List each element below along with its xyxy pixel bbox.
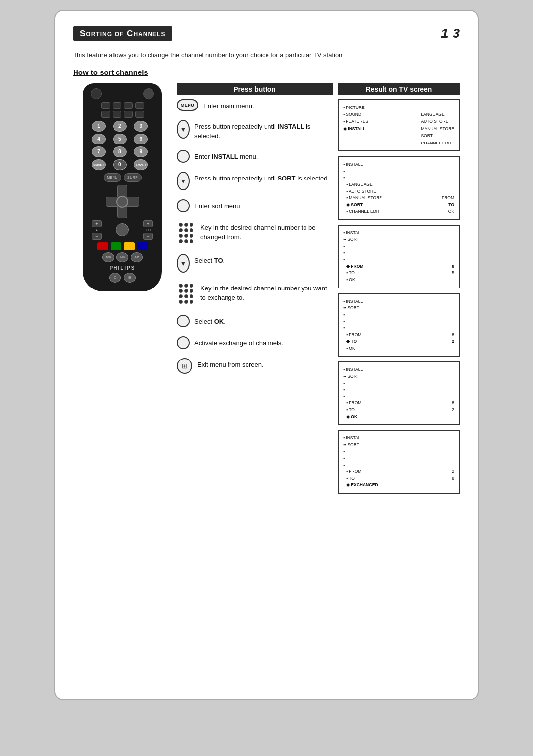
- remote-btn-8[interactable]: 8: [113, 146, 127, 157]
- remote-btn-surf[interactable]: SURF: [124, 173, 142, 182]
- remote-btn-ch[interactable]: [113, 102, 121, 109]
- remote-ch-down[interactable]: −: [143, 233, 153, 240]
- ok-button-enter-install[interactable]: [177, 150, 190, 163]
- page-number: 1 3: [441, 26, 460, 41]
- step-5-text: Enter sort menu: [194, 199, 240, 211]
- remote-btn-fab[interactable]: FAV: [116, 252, 128, 262]
- remote-btn-last1[interactable]: ⊡: [109, 273, 121, 283]
- step-11: ⊞ Exit menu from screen.: [177, 358, 333, 374]
- page-title: Sorting of Channels: [73, 26, 172, 41]
- ok-button-select[interactable]: [177, 315, 190, 327]
- down-arrow-button-icon-3[interactable]: ▼: [177, 254, 190, 273]
- remote-btn-last2[interactable]: ⊞: [124, 273, 136, 283]
- step-1-text: Enter main menu.: [203, 99, 254, 111]
- step-4: ▼ Press button repeatedly until SORT is …: [177, 172, 333, 190]
- step-1: MENU Enter main menu.: [177, 99, 333, 111]
- menu-button-icon[interactable]: MENU: [177, 99, 198, 111]
- remote-btn-blue[interactable]: [137, 242, 148, 250]
- step-5: Enter sort menu: [177, 199, 333, 212]
- remote-ch-label: CH: [146, 228, 151, 232]
- remote-channel: + CH −: [143, 220, 153, 240]
- remote-btn-red[interactable]: [97, 242, 108, 250]
- remote-btn-func3[interactable]: [124, 111, 133, 118]
- remote-column: 1 2 3 4 5 6 7 8 9 SMART 0 SMART MENU SUR…: [73, 83, 172, 499]
- remote-btn-ch2[interactable]: [124, 102, 133, 109]
- remote-vol-up[interactable]: +: [92, 220, 102, 227]
- step-10-button: [177, 336, 190, 349]
- step-3-button: [177, 150, 190, 163]
- philips-brand: PHILIPS: [87, 265, 158, 271]
- remote-btn-9[interactable]: 9: [134, 146, 148, 157]
- tv-screen-1: ▪ PICTURE ▪ SOUND ▪ FEATURES ◆ INSTALL L…: [338, 99, 460, 152]
- remote-btn-smart2[interactable]: SMART: [134, 159, 148, 170]
- remote-color-buttons: [87, 242, 158, 250]
- remote-bottom-row2: ⊡ ⊞: [87, 273, 158, 283]
- remote-numpad: 1 2 3 4 5 6 7 8 9 SMART 0 SMART: [92, 121, 153, 170]
- remote-bottom-row1: 100 FAV A/B: [87, 252, 158, 262]
- ok-button-enter-sort[interactable]: [177, 199, 190, 212]
- remote-vol-ch: + ▲ − + CH −: [92, 220, 153, 240]
- remote-btn-standby[interactable]: [91, 88, 102, 99]
- step-2-text: Press button repeatedly until INSTALL is…: [194, 120, 333, 141]
- step-11-button: ⊞: [177, 358, 192, 374]
- main-layout: 1 2 3 4 5 6 7 8 9 SMART 0 SMART MENU SUR…: [73, 83, 460, 499]
- remote-vol-label: ▲: [95, 228, 99, 232]
- remote-btn-menu-small[interactable]: MENU: [104, 173, 121, 182]
- remote-btn-green[interactable]: [111, 242, 121, 250]
- step-2-button: ▼: [177, 120, 190, 139]
- remote-vol-down[interactable]: −: [92, 233, 102, 240]
- remote-btn-5[interactable]: 5: [113, 134, 127, 144]
- remote-control: 1 2 3 4 5 6 7 8 9 SMART 0 SMART MENU SUR…: [83, 83, 162, 291]
- remote-btn-power[interactable]: [143, 88, 154, 99]
- remote-btn-1[interactable]: 1: [92, 121, 106, 132]
- instructions-column: Press button MENU Enter main menu. ▼ Pre…: [172, 83, 338, 499]
- remote-btn-func2[interactable]: [113, 111, 121, 118]
- step-2: ▼ Press button repeatedly until INSTALL …: [177, 120, 333, 141]
- remote-btn-4[interactable]: 4: [92, 134, 106, 144]
- remote-volume: + ▲ −: [92, 220, 102, 240]
- tv-screen-6: ▪ INSTALL ▪▪ SORT ▪ ▪ ▪ ▪ FROM2 ▪ TO8 ◆ …: [338, 430, 460, 494]
- step-1-button: MENU: [177, 99, 198, 111]
- step-6-text: Key in the desired channel number to be …: [200, 221, 333, 242]
- exit-button-icon[interactable]: ⊞: [177, 358, 192, 374]
- remote-btn-2[interactable]: 2: [113, 121, 127, 132]
- tv-screen-2: ▪ INSTALL ▪ ▪ ▪ LANGUAGE ▪ AUTO STORE ▪ …: [338, 156, 460, 220]
- step-3: Enter INSTALL menu.: [177, 150, 333, 163]
- tv-screen-4: ▪ INSTALL ▪▪ SORT ▪ ▪ ▪ ▪ FROM8 ◆ TO2 ▪ …: [338, 293, 460, 357]
- step-7-text: Select TO.: [194, 254, 225, 266]
- remote-btn-0[interactable]: 0: [113, 159, 127, 170]
- activate-exchange-button[interactable]: [177, 336, 190, 349]
- numpad-icon-from[interactable]: [177, 221, 195, 245]
- numpad-icon-to[interactable]: [177, 282, 195, 306]
- remote-dpad-center[interactable]: [116, 196, 128, 208]
- remote-btn-ch3[interactable]: [135, 102, 144, 109]
- remote-btn-yellow[interactable]: [124, 242, 135, 250]
- step-6-button: [177, 221, 195, 245]
- remote-btn-func1[interactable]: [101, 111, 110, 118]
- step-10-text: Activate exchange of channels.: [194, 336, 283, 348]
- remote-dpad-area: [87, 185, 158, 218]
- page-header: Sorting of Channels 1 3: [73, 26, 460, 41]
- tv-screen-5: ▪ INSTALL ▪▪ SORT ▪ ▪ ▪ ▪ FROM8 ▪ TO2 ◆ …: [338, 361, 460, 425]
- down-arrow-button-icon[interactable]: ▼: [177, 120, 190, 139]
- remote-ch-up[interactable]: +: [143, 220, 153, 227]
- step-5-button: [177, 199, 190, 212]
- step-6: Key in the desired channel number to be …: [177, 221, 333, 245]
- remote-btn-7[interactable]: 7: [92, 146, 106, 157]
- step-8-button: [177, 282, 195, 306]
- remote-btn-smart1[interactable]: SMART: [92, 159, 106, 170]
- step-7-button: ▼: [177, 254, 190, 273]
- remote-btn-100[interactable]: 100: [102, 252, 114, 262]
- remote-btn-3[interactable]: 3: [134, 121, 148, 132]
- remote-btn-ab[interactable]: A/B: [131, 252, 143, 262]
- step-11-text: Exit menu from screen.: [197, 358, 264, 370]
- results-column: Result on TV screen ▪ PICTURE ▪ SOUND ▪ …: [338, 83, 460, 499]
- down-arrow-button-icon-2[interactable]: ▼: [177, 172, 190, 190]
- step-10: Activate exchange of channels.: [177, 336, 333, 349]
- remote-btn-6[interactable]: 6: [134, 134, 148, 144]
- remote-btn-av[interactable]: [101, 102, 110, 109]
- step-3-text: Enter INSTALL menu.: [194, 150, 258, 162]
- remote-btn-func4[interactable]: [135, 111, 144, 118]
- remote-center-btn[interactable]: [116, 223, 129, 236]
- tv-screen-3: ▪ INSTALL ▪▪ SORT ▪ ▪ ▪ ◆ FROM8 ▪ TO5 ▪ …: [338, 225, 460, 288]
